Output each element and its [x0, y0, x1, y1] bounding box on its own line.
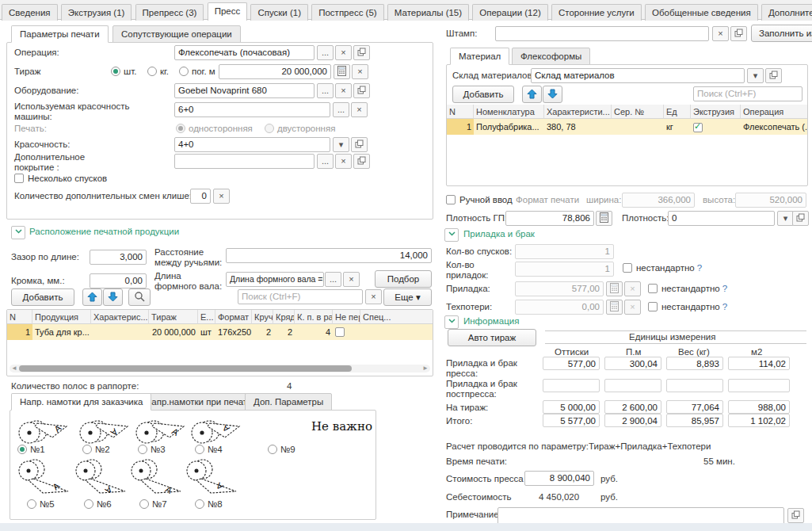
help-icon[interactable]: ? — [722, 284, 727, 293]
stream-distance-field[interactable]: 14,000 — [226, 248, 432, 263]
tab-ekstruziya[interactable]: Экструзия (1) — [61, 4, 132, 21]
scroll-left-icon[interactable]: ◄ — [11, 365, 17, 372]
col-ne-per[interactable]: Не пер. — [333, 310, 360, 324]
winding-radio-1[interactable]: №1 — [17, 445, 45, 454]
density-dropdown-button[interactable]: ▾ — [777, 211, 794, 226]
tirazh-field[interactable]: 20 000,000 — [219, 64, 331, 79]
materials-move-up-button[interactable] — [522, 86, 542, 103]
tab-prepress[interactable]: Препресс (3) — [135, 4, 204, 21]
density-field[interactable]: 0 — [668, 211, 775, 226]
priladka-nonstandard-checkbox[interactable]: нестандартно ? — [648, 284, 727, 293]
mcol-extrusion[interactable]: Экструзия — [691, 105, 741, 119]
move-up-button[interactable] — [82, 288, 102, 306]
density-open-button[interactable] — [792, 211, 809, 226]
colorfulness-dropdown-button[interactable]: ▾ — [333, 137, 349, 152]
tab-press-active[interactable]: Пресс — [208, 2, 248, 21]
materials-move-down-button[interactable] — [543, 86, 562, 103]
products-add-button[interactable]: Добавить — [11, 288, 74, 306]
note-open-button[interactable] — [787, 508, 804, 523]
col-product[interactable]: Продукция — [32, 310, 91, 324]
tirazh-unit-sht-radio[interactable]: шт. — [111, 67, 136, 76]
warehouse-dropdown-button[interactable]: ▾ — [747, 68, 764, 83]
tirazh-unit-kg-radio[interactable]: кг. — [147, 67, 169, 76]
equipment-open-button[interactable] — [353, 83, 370, 98]
equipment-ellipsis-button[interactable]: ... — [317, 83, 334, 98]
coating-clear-button[interactable]: × — [335, 154, 352, 169]
tab-postpress[interactable]: Постпресс (5) — [311, 4, 383, 21]
tirazh-calculator-button[interactable] — [334, 64, 350, 79]
operation-field[interactable]: Флексопечать (почасовая) — [174, 45, 315, 60]
products-more-button[interactable]: Еще ▾ — [383, 288, 432, 306]
winding-radio-2[interactable]: №2 — [82, 445, 110, 454]
checkbox-icon[interactable] — [335, 327, 345, 337]
warehouse-field[interactable]: Склад материалов — [531, 68, 745, 83]
col-kp-rapp[interactable]: К. п. в рапп. — [295, 310, 333, 324]
press-cost-field[interactable]: 8 900,040 — [524, 471, 594, 486]
layout-section-collapse-button[interactable] — [11, 226, 25, 239]
tab-spuski[interactable]: Спуски (1) — [250, 4, 308, 21]
products-search-clear-button[interactable]: × — [365, 289, 382, 304]
winding-radio-6[interactable]: №6 — [84, 499, 112, 509]
col-unit[interactable]: Е... — [198, 310, 215, 324]
plate-changes-field[interactable]: 0 — [190, 189, 211, 204]
page-bottom-scrollbar[interactable] — [0, 523, 812, 531]
roll-length-ellipsis-button[interactable]: ... — [325, 272, 341, 287]
tab-material[interactable]: Материал — [450, 48, 509, 65]
col-spec[interactable]: Спец... — [360, 310, 433, 324]
mcol-characteristic[interactable]: Характеристи... — [544, 105, 612, 119]
products-hscrollbar[interactable]: ◄ ► — [10, 365, 430, 372]
help-icon[interactable]: ? — [722, 302, 727, 311]
winding-radio-7[interactable]: №7 — [139, 499, 167, 509]
priladka-section-collapse-button[interactable] — [444, 228, 459, 242]
density-gp-field[interactable]: 78,806 — [505, 211, 594, 226]
tab-svedeniya[interactable]: Сведения — [2, 4, 58, 21]
fill-from-button[interactable]: Заполнить из — [751, 25, 812, 42]
winding-radio-5[interactable]: №5 — [27, 499, 55, 509]
materials-search-input[interactable]: Поиск (Ctrl+F) — [693, 86, 802, 101]
machine-colors-clear-button[interactable]: × — [351, 102, 368, 117]
winding-radio-3[interactable]: №3 — [138, 445, 166, 454]
coating-open-button[interactable] — [353, 154, 370, 169]
colorfulness-open-button[interactable] — [351, 137, 368, 152]
equipment-field[interactable]: Goebel Novaprint 680 — [174, 83, 315, 98]
scroll-thumb[interactable] — [19, 365, 352, 372]
tab-dopolnitelno[interactable]: Дополнительно — [761, 4, 812, 21]
roll-length-field[interactable]: Длина формного вала =520 — [226, 272, 324, 287]
tirazh-unit-pogm-radio[interactable]: пог. м — [179, 67, 215, 76]
colorfulness-field[interactable]: 4+0 — [174, 137, 330, 152]
tab-winding-print[interactable]: Напр.намотки при печати — [136, 393, 261, 411]
podbor-button[interactable]: Подбор — [375, 270, 432, 288]
tab-storonnie-uslugi[interactable]: Сторонние услуги — [551, 4, 642, 21]
col-n[interactable]: N — [7, 310, 32, 324]
help-icon[interactable]: ? — [697, 263, 702, 273]
stamp-field[interactable] — [495, 26, 709, 41]
tab-print-params[interactable]: Параметры печати — [11, 25, 109, 43]
tab-winding-customer[interactable]: Напр. намотки для заказчика — [11, 393, 151, 411]
tirazh-clear-button[interactable]: × — [352, 64, 368, 79]
stamp-clear-button[interactable]: × — [712, 26, 729, 41]
tehpoteri-calculator-button[interactable] — [606, 300, 623, 315]
plate-changes-clear-button[interactable]: × — [213, 189, 230, 204]
tab-obobshchennye[interactable]: Обобщенные сведения — [645, 4, 758, 21]
operation-ellipsis-button[interactable]: ... — [317, 45, 334, 60]
col-kryad[interactable]: Кряд — [273, 310, 295, 324]
mcol-nomenclature[interactable]: Номенклатура — [474, 105, 544, 119]
products-search-input[interactable]: Поиск (Ctrl+F) — [238, 289, 363, 304]
col-format[interactable]: Формат — [215, 310, 252, 324]
tab-flexoforms[interactable]: Флексоформы — [512, 48, 590, 65]
machine-colors-field[interactable]: 6+0 — [174, 102, 330, 117]
warehouse-open-button[interactable] — [765, 68, 782, 83]
stamp-open-button[interactable] — [730, 26, 747, 41]
tab-winding-params[interactable]: Доп. Параметры — [245, 393, 332, 411]
mcol-unit[interactable]: Ед — [664, 105, 691, 119]
manual-input-checkbox[interactable]: Ручной ввод — [446, 195, 513, 204]
tab-materialy[interactable]: Материалы (15) — [387, 4, 469, 21]
coating-ellipsis-button[interactable]: ... — [317, 154, 334, 169]
machine-colors-ellipsis-button[interactable]: ... — [333, 102, 349, 117]
operation-clear-button[interactable]: × — [335, 45, 352, 60]
scroll-right-icon[interactable]: ► — [422, 365, 429, 372]
roll-length-clear-button[interactable]: × — [343, 272, 360, 287]
winding-radio-9[interactable]: №9 — [268, 445, 295, 454]
several-impositions-checkbox[interactable]: Несколько спусков — [14, 174, 107, 183]
search-magnifier-button[interactable] — [128, 288, 151, 306]
